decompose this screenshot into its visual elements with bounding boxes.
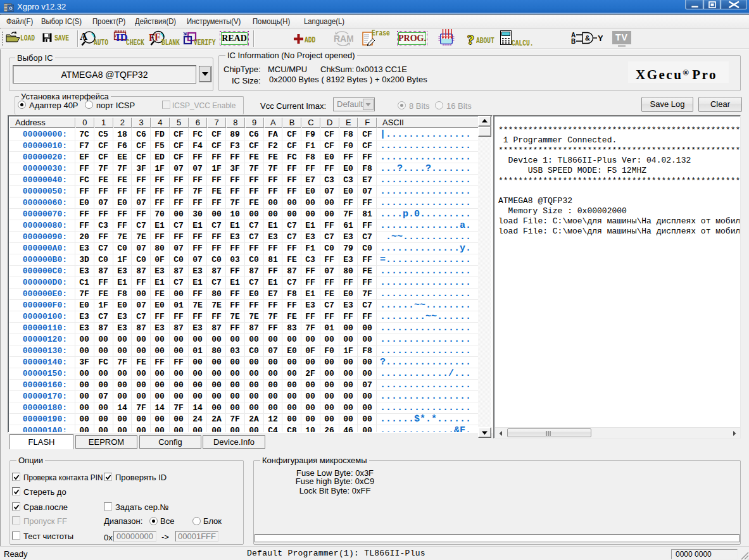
svg-text:F: F — [154, 32, 161, 42]
svg-text:RAM: RAM — [334, 34, 353, 44]
svg-text:&: & — [585, 34, 590, 42]
svg-text:B: B — [571, 38, 576, 44]
svg-text:Y: Y — [598, 34, 603, 43]
